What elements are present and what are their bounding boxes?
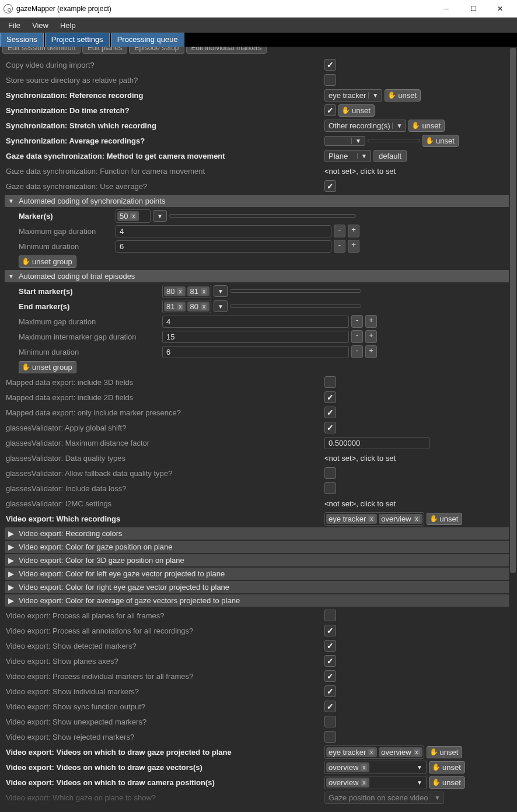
chip-remove[interactable]: x xyxy=(368,749,375,755)
notset-gv-i2mc[interactable]: <not set>, click to set xyxy=(324,499,396,508)
minus-button[interactable]: - xyxy=(334,225,345,237)
checkbox-all-ann[interactable]: ✓ xyxy=(324,625,336,636)
section-color-left[interactable]: ▶Video export: Color for left eye gaze v… xyxy=(5,568,512,580)
checkbox-marker-pres[interactable]: ✓ xyxy=(324,407,336,418)
section-color-avg[interactable]: ▶Video export: Color for average of gaze… xyxy=(5,594,512,607)
plus-button[interactable]: + xyxy=(365,345,377,358)
checkbox-gv-fallback[interactable] xyxy=(324,467,336,479)
plus-button[interactable]: + xyxy=(348,225,359,237)
plus-button[interactable]: + xyxy=(365,315,377,328)
unset-draw-cam[interactable]: ✋unset xyxy=(429,776,465,789)
menu-view[interactable]: View xyxy=(26,19,54,32)
input-trial-mindur[interactable]: 6 xyxy=(162,346,349,358)
tab-sessions[interactable]: Sessions xyxy=(0,33,44,47)
chipbox-end[interactable]: 81x 80x xyxy=(162,300,211,313)
checkbox-gv-shift[interactable]: ✓ xyxy=(324,422,336,433)
input-trial-inter[interactable]: 15 xyxy=(162,331,349,343)
scrollbar[interactable] xyxy=(509,47,517,811)
unset-group-sync[interactable]: ✋unset group xyxy=(19,256,76,268)
checkbox-show-axes[interactable]: ✓ xyxy=(324,655,336,667)
checkbox-copy-video[interactable]: ✓ xyxy=(324,59,336,71)
notset-gv-dq[interactable]: <not set>, click to set xyxy=(324,454,396,463)
unset-sync-ref[interactable]: ✋unset xyxy=(385,89,421,102)
checkbox-show-indiv[interactable]: ✓ xyxy=(324,685,336,697)
unset-draw-gaze[interactable]: ✋unset xyxy=(427,746,463,758)
checkbox-all-planes[interactable] xyxy=(324,610,336,621)
dropdown-end[interactable]: ▼ xyxy=(214,300,228,312)
select-sync-ref[interactable]: eye tracker▼ xyxy=(324,89,382,102)
checkbox-show-sync[interactable]: ✓ xyxy=(324,701,336,712)
tab-project-settings[interactable]: Project settings xyxy=(45,33,110,47)
chip-remove[interactable]: x xyxy=(361,764,367,771)
unset-draw-vec[interactable]: ✋unset xyxy=(429,761,465,774)
plus-button[interactable]: + xyxy=(365,330,377,343)
minus-button[interactable]: - xyxy=(334,240,345,253)
checkbox-show-markers[interactable]: ✓ xyxy=(324,640,336,652)
section-color-right[interactable]: ▶Video export: Color for right eye gaze … xyxy=(5,581,512,593)
unset-sync-which[interactable]: ✋unset xyxy=(408,120,445,132)
subtab-planes[interactable]: Edit planes xyxy=(82,47,127,54)
minus-button[interactable]: - xyxy=(351,330,363,343)
input-trial-maxgap[interactable]: 4 xyxy=(162,316,349,328)
chipbox-draw-cam[interactable]: overviewx ▼ xyxy=(324,776,427,789)
subtab-markers[interactable]: Edit individual markers xyxy=(186,47,267,54)
unset-video-which[interactable]: ✋unset xyxy=(427,513,463,525)
checkbox-gv-loss[interactable] xyxy=(324,482,336,494)
checkbox-inc2d[interactable]: ✓ xyxy=(324,391,336,403)
chipbox-video-which[interactable]: eye trackerx overviewx xyxy=(324,512,424,526)
chipbox-draw-gaze[interactable]: eye trackerx overviewx xyxy=(324,746,424,759)
section-rec-colors[interactable]: ▶Video export: Recording colors xyxy=(5,527,512,540)
chip-remove[interactable]: x xyxy=(177,288,183,295)
chip-remove[interactable]: x xyxy=(177,303,183,310)
checkbox-gaze-avg[interactable]: ✓ xyxy=(324,180,336,192)
section-color-gaze[interactable]: ▶Video export: Color for gaze position o… xyxy=(5,541,512,553)
scrollbar-thumb[interactable] xyxy=(510,48,516,573)
select-sync-avg[interactable]: ▼ xyxy=(324,136,365,146)
chip-remove[interactable]: x xyxy=(201,288,207,295)
chipbox-start[interactable]: 80x 81x xyxy=(162,285,211,298)
input-start[interactable] xyxy=(230,289,361,293)
close-button[interactable]: ✕ xyxy=(487,1,513,17)
checkbox-store-src[interactable] xyxy=(324,74,336,86)
section-trial[interactable]: ▼ Automated coding of trial episodes xyxy=(5,270,512,282)
plus-button[interactable]: + xyxy=(348,240,359,253)
minimize-button[interactable]: ─ xyxy=(433,1,460,17)
checkbox-inc3d[interactable] xyxy=(324,376,336,388)
unset-group-trial[interactable]: ✋unset group xyxy=(19,361,76,373)
input-sync-avg[interactable] xyxy=(368,139,420,142)
input-markers[interactable] xyxy=(169,214,356,218)
chip-remove[interactable]: x xyxy=(130,213,137,219)
minus-button[interactable]: - xyxy=(351,315,363,328)
chip-remove[interactable]: x xyxy=(361,779,367,786)
menu-help[interactable]: Help xyxy=(54,19,82,32)
menu-file[interactable]: File xyxy=(2,19,26,32)
maximize-button[interactable]: ☐ xyxy=(460,1,487,17)
chipbox-draw-vec[interactable]: overviewx ▼ xyxy=(324,761,427,774)
subtab-session-def[interactable]: Edit session definition xyxy=(2,47,81,54)
minus-button[interactable]: - xyxy=(351,345,363,358)
chip-remove[interactable]: x xyxy=(414,516,420,522)
input-min-dur[interactable]: 6 xyxy=(116,240,331,253)
chip-remove[interactable]: x xyxy=(201,303,207,310)
subtab-episode[interactable]: Episode setup xyxy=(129,47,184,54)
chip-remove[interactable]: x xyxy=(368,516,375,522)
checkbox-show-unexp[interactable] xyxy=(324,716,336,727)
checkbox-sync-stretch[interactable]: ✓ xyxy=(324,104,336,116)
input-gv-dist[interactable]: 0.500000 xyxy=(324,437,429,449)
section-color-3d[interactable]: ▶Video export: Color for 3D gaze positio… xyxy=(5,554,512,566)
dropdown-markers[interactable]: ▼ xyxy=(153,210,167,222)
default-gaze-method[interactable]: default xyxy=(373,150,407,162)
select-gaze-method[interactable]: Plane▼ xyxy=(324,150,371,162)
input-max-gap[interactable]: 4 xyxy=(116,225,331,237)
notset-gaze-func[interactable]: <not set>, click to set xyxy=(324,167,396,176)
select-which-plane[interactable]: Gaze position on scene video▼ xyxy=(324,792,444,804)
tab-processing-queue[interactable]: Processing queue xyxy=(111,33,184,47)
select-sync-which[interactable]: Other recording(s)▼ xyxy=(324,120,406,132)
unset-sync-avg[interactable]: ✋unset xyxy=(422,135,459,147)
input-end[interactable] xyxy=(230,304,361,308)
checkbox-p-indiv[interactable]: ✓ xyxy=(324,670,336,682)
checkbox-show-rej[interactable] xyxy=(324,731,336,743)
chipbox-markers[interactable]: 50x xyxy=(116,209,151,223)
dropdown-start[interactable]: ▼ xyxy=(214,285,228,297)
section-sync-points[interactable]: ▼ Automated coding of synchronization po… xyxy=(5,195,512,207)
